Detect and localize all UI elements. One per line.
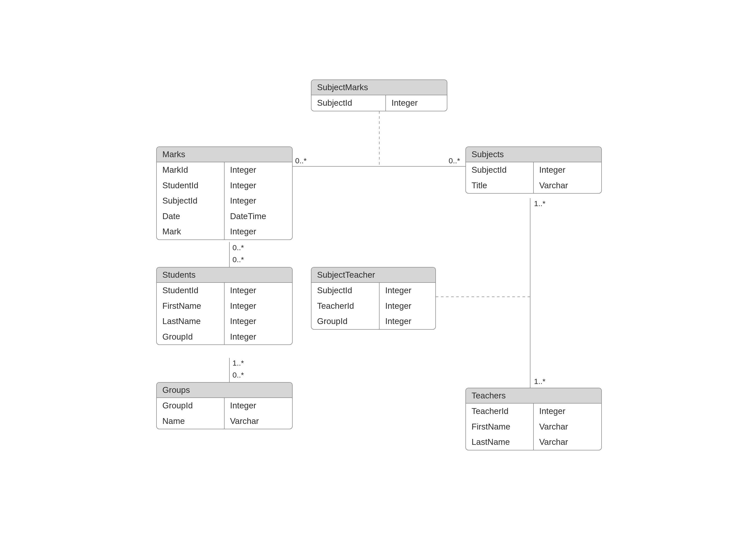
attr-name: GroupId (157, 329, 224, 345)
entity-groups: Groups GroupId Integer Name Varchar (156, 382, 293, 429)
attr-name: SubjectId (311, 95, 386, 111)
attr-type: Integer (224, 329, 292, 345)
attr-name: SubjectId (466, 162, 534, 178)
entity-header: Students (157, 268, 292, 283)
multiplicity-label: 1..* (534, 199, 545, 208)
attr-type: Varchar (534, 435, 601, 450)
entity-header: SubjectTeacher (311, 268, 435, 283)
attr-name: Mark (157, 224, 224, 239)
entity-row: Title Varchar (466, 178, 601, 193)
multiplicity-label: 0..* (232, 243, 244, 252)
attr-type: Integer (224, 178, 292, 193)
multiplicity-label: 0..* (232, 371, 244, 379)
attr-type: Integer (534, 162, 601, 178)
attr-type: Integer (534, 404, 601, 419)
entity-row: GroupId Integer (157, 329, 292, 345)
entity-header: Subjects (466, 147, 601, 162)
entity-header: Teachers (466, 388, 601, 404)
entity-header: Groups (157, 383, 292, 398)
attr-type: Integer (380, 283, 435, 298)
entity-header: SubjectMarks (311, 80, 447, 95)
entity-row: SubjectId Integer (311, 95, 447, 111)
entity-row: Mark Integer (157, 224, 292, 239)
attr-name: GroupId (311, 314, 380, 329)
attr-type: Integer (386, 95, 447, 111)
multiplicity-label: 0..* (449, 156, 460, 165)
attr-name: StudentId (157, 283, 224, 298)
attr-name: Title (466, 178, 534, 193)
entity-row: TeacherId Integer (311, 298, 435, 314)
attr-type: Varchar (534, 419, 601, 435)
attr-name: MarkId (157, 162, 224, 178)
multiplicity-label: 1..* (534, 377, 545, 386)
attr-type: DateTime (224, 209, 292, 224)
attr-type: Integer (224, 314, 292, 329)
multiplicity-label: 0..* (232, 255, 244, 264)
attr-type: Integer (224, 283, 292, 298)
entity-row: MarkId Integer (157, 162, 292, 178)
attr-type: Varchar (224, 413, 292, 429)
entity-row: SubjectId Integer (466, 162, 601, 178)
entity-row: GroupId Integer (157, 398, 292, 413)
entity-row: StudentId Integer (157, 178, 292, 193)
attr-type: Varchar (534, 178, 601, 193)
multiplicity-label: 0..* (295, 156, 306, 165)
entity-row: TeacherId Integer (466, 404, 601, 419)
attr-type: Integer (224, 298, 292, 314)
entity-row: GroupId Integer (311, 314, 435, 329)
entity-row: LastName Varchar (466, 435, 601, 450)
attr-name: SubjectId (311, 283, 380, 298)
attr-name: SubjectId (157, 193, 224, 209)
attr-type: Integer (380, 298, 435, 314)
attr-name: StudentId (157, 178, 224, 193)
attr-type: Integer (224, 398, 292, 413)
entity-row: FirstName Varchar (466, 419, 601, 435)
entity-row: SubjectId Integer (157, 193, 292, 209)
entity-row: LastName Integer (157, 314, 292, 329)
entity-students: Students StudentId Integer FirstName Int… (156, 267, 293, 345)
attr-name: FirstName (466, 419, 534, 435)
entity-row: Name Varchar (157, 413, 292, 429)
entity-subjectmarks: SubjectMarks SubjectId Integer (311, 79, 447, 111)
attr-name: GroupId (157, 398, 224, 413)
attr-name: LastName (157, 314, 224, 329)
attr-name: FirstName (157, 298, 224, 314)
attr-name: TeacherId (311, 298, 380, 314)
entity-row: Date DateTime (157, 209, 292, 224)
attr-type: Integer (224, 224, 292, 239)
entity-row: StudentId Integer (157, 283, 292, 298)
entity-marks: Marks MarkId Integer StudentId Integer S… (156, 147, 293, 240)
attr-name: Date (157, 209, 224, 224)
attr-name: Name (157, 413, 224, 429)
entity-teachers: Teachers TeacherId Integer FirstName Var… (465, 388, 602, 450)
entity-row: FirstName Integer (157, 298, 292, 314)
entity-subjectteacher: SubjectTeacher SubjectId Integer Teacher… (311, 267, 436, 330)
diagram-canvas: SubjectMarks SubjectId Integer Marks Mar… (0, 0, 756, 535)
multiplicity-label: 1..* (232, 359, 244, 367)
attr-type: Integer (224, 193, 292, 209)
attr-name: TeacherId (466, 404, 534, 419)
attr-type: Integer (380, 314, 435, 329)
attr-name: LastName (466, 435, 534, 450)
entity-row: SubjectId Integer (311, 283, 435, 298)
entity-subjects: Subjects SubjectId Integer Title Varchar (465, 147, 602, 194)
entity-header: Marks (157, 147, 292, 162)
attr-type: Integer (224, 162, 292, 178)
